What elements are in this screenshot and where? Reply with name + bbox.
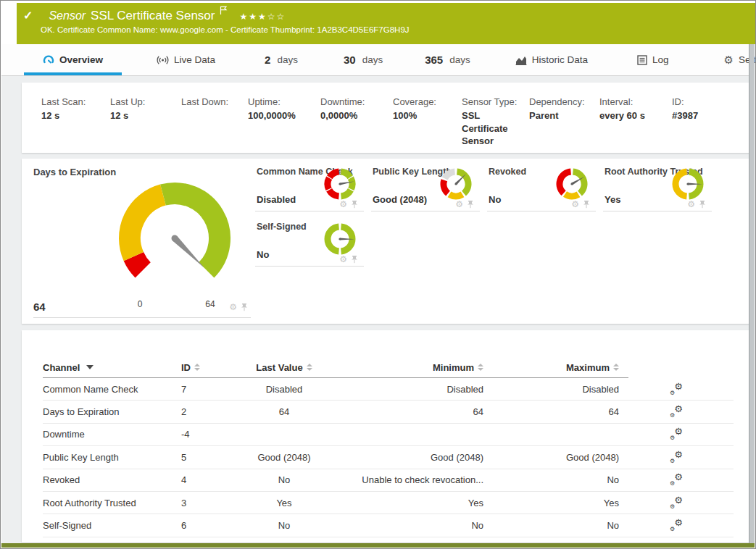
channel-name[interactable]: Public Key Length <box>43 452 181 463</box>
channel-name[interactable]: Days to Expiration <box>43 406 181 417</box>
gauge-cell: Self-Signed No ⚙ <box>255 217 364 267</box>
gauge-title: Revoked <box>489 167 526 177</box>
channel-maximum: Disabled <box>483 384 619 395</box>
gear-icon: ⚙ <box>670 435 675 441</box>
channel-name[interactable]: Root Authority Trusted <box>43 498 181 508</box>
channel-id: 6 <box>181 520 226 531</box>
pin-icon[interactable] <box>241 303 248 311</box>
sensor-status-header: ✓ Sensor SSL Certificate Sensor ★★★☆☆ OK… <box>17 3 755 44</box>
channel-minimum: Unable to check revocation... <box>342 474 483 485</box>
gauge-settings-gear-icon[interactable]: ⚙ <box>229 303 237 311</box>
sort-desc-icon <box>86 365 94 369</box>
channel-table: Channel ID Last Value Minimum <box>22 330 752 537</box>
stars-filled[interactable]: ★★★ <box>239 12 267 22</box>
channel-settings-button[interactable]: ⚙ ⚙ <box>619 427 734 441</box>
tab-overview-label: Overview <box>59 54 103 65</box>
channel-settings-gears-icon[interactable]: ⚙ ⚙ <box>670 450 683 462</box>
channel-settings-button[interactable]: ⚙ ⚙ <box>619 519 734 532</box>
channel-settings-button[interactable]: ⚙ ⚙ <box>619 473 734 487</box>
channel-id: 5 <box>181 452 226 463</box>
channel-settings-gears-icon[interactable]: ⚙ ⚙ <box>670 519 683 530</box>
channel-maximum: Yes <box>483 498 619 508</box>
gauge-scale-max: 64 <box>199 299 221 309</box>
pin-icon[interactable] <box>467 200 474 209</box>
channel-settings-gears-icon[interactable]: ⚙ ⚙ <box>670 473 683 485</box>
priority-stars[interactable]: ★★★☆☆ <box>239 12 286 22</box>
info-field: Coverage: 100% <box>393 96 462 148</box>
gauge-corner-icons: ⚙ <box>229 303 248 311</box>
table-row[interactable]: Root Authority Trusted 3 Yes Yes Yes ⚙ ⚙ <box>43 492 734 514</box>
primary-gauge-cell: Days to Expiration 0 64 64 ⚙ <box>22 159 261 324</box>
info-field: Uptime: 100,0000% <box>248 96 320 148</box>
header-id[interactable]: ID <box>181 362 226 373</box>
header-maximum[interactable]: Maximum <box>483 362 619 373</box>
divider <box>33 317 251 318</box>
channel-settings-button[interactable]: ⚙ ⚙ <box>619 405 734 419</box>
tab-overview[interactable]: Overview <box>24 44 122 75</box>
channel-settings-button[interactable]: ⚙ ⚙ <box>619 496 734 510</box>
channel-settings-button[interactable]: ⚙ ⚙ <box>619 382 734 396</box>
table-row[interactable]: Public Key Length 5 Good (2048) Good (20… <box>43 446 734 469</box>
channel-settings-gears-icon[interactable]: ⚙ ⚙ <box>670 427 683 439</box>
header-channel[interactable]: Channel <box>43 362 181 373</box>
historic-chart-icon <box>515 55 527 65</box>
table-row[interactable]: Downtime -4 ⚙ ⚙ <box>43 424 734 446</box>
tab-live-data[interactable]: Live Data <box>149 44 223 75</box>
table-row[interactable]: Common Name Check 7 Disabled Disabled Di… <box>43 378 734 401</box>
gauge-settings-gear-icon[interactable]: ⚙ <box>339 255 347 264</box>
pin-icon[interactable] <box>351 200 358 209</box>
stars-empty[interactable]: ☆☆ <box>267 12 286 22</box>
channel-last-value: No <box>226 474 342 485</box>
table-row[interactable]: Revoked 4 No Unable to check revocation.… <box>43 469 734 492</box>
channel-settings-gears-icon[interactable]: ⚙ ⚙ <box>670 382 683 394</box>
tab-30-days-label: days <box>362 54 383 65</box>
table-row[interactable]: Days to Expiration 2 64 64 64 ⚙ ⚙ <box>43 401 734 423</box>
info-grid: Last Scan: 12 s Last Up: 12 s Last Down: <box>22 83 752 148</box>
sort-icon <box>613 364 619 371</box>
tab-365-days-label: days <box>449 54 470 65</box>
info-field: Dependency: Parent <box>529 96 599 148</box>
sort-icon <box>194 364 200 371</box>
tab-365-days-number: 365 <box>425 54 443 66</box>
channel-minimum: 64 <box>342 406 483 417</box>
gauge-settings-gear-icon[interactable]: ⚙ <box>687 200 695 209</box>
channel-table-body: Common Name Check 7 Disabled Disabled Di… <box>43 378 734 537</box>
channel-settings-gears-icon[interactable]: ⚙ ⚙ <box>670 405 683 416</box>
vertical-scrollbar[interactable] <box>749 44 755 543</box>
channel-id: 2 <box>181 406 226 417</box>
tab-historic-data[interactable]: Historic Data <box>508 44 595 75</box>
channel-table-header: Channel ID Last Value Minimum <box>43 356 734 378</box>
status-footer-strip <box>1 543 755 548</box>
tab-30-days[interactable]: 30 days <box>336 44 390 75</box>
table-row[interactable]: Self-Signed 6 No No No ⚙ ⚙ <box>43 514 734 537</box>
info-field: Last Up: 12 s <box>110 96 181 148</box>
channel-name[interactable]: Common Name Check <box>43 384 181 395</box>
gauge-settings-gear-icon[interactable]: ⚙ <box>339 200 347 209</box>
info-field-value: 0,0000% <box>320 109 393 122</box>
tab-365-days[interactable]: 365 days <box>418 44 478 75</box>
pin-icon[interactable] <box>699 200 706 209</box>
primary-gauge-value: 64 <box>33 301 46 313</box>
info-field: ID: #3987 <box>672 96 752 148</box>
channel-name[interactable]: Self-Signed <box>43 520 181 531</box>
small-gauges-grid: Common Name Check Disabled ⚙ Public Key … <box>255 162 749 272</box>
tab-2-days[interactable]: 2 days <box>257 44 305 75</box>
channel-name[interactable]: Revoked <box>43 474 181 485</box>
tab-log[interactable]: Log <box>630 44 676 75</box>
gear-icon: ⚙ <box>674 381 683 392</box>
channel-name[interactable]: Downtime <box>43 429 181 440</box>
header-last-value[interactable]: Last Value <box>226 362 342 373</box>
header-minimum[interactable]: Minimum <box>342 362 483 373</box>
channel-settings-button[interactable]: ⚙ ⚙ <box>619 450 734 464</box>
sensor-info-panel: Last Scan: 12 s Last Up: 12 s Last Down: <box>22 83 752 153</box>
channel-settings-gears-icon[interactable]: ⚙ ⚙ <box>670 496 683 508</box>
priority-flag-icon[interactable] <box>220 6 228 17</box>
pin-icon[interactable] <box>351 255 358 264</box>
gauge-scale-min: 0 <box>129 299 151 309</box>
gear-icon: ⚙ <box>674 495 683 506</box>
info-field: Interval: every 60 s <box>599 96 672 148</box>
pin-icon[interactable] <box>583 200 590 209</box>
gauge-settings-gear-icon[interactable]: ⚙ <box>571 200 579 209</box>
tab-2-days-number: 2 <box>265 54 270 66</box>
gauge-settings-gear-icon[interactable]: ⚙ <box>455 200 463 209</box>
